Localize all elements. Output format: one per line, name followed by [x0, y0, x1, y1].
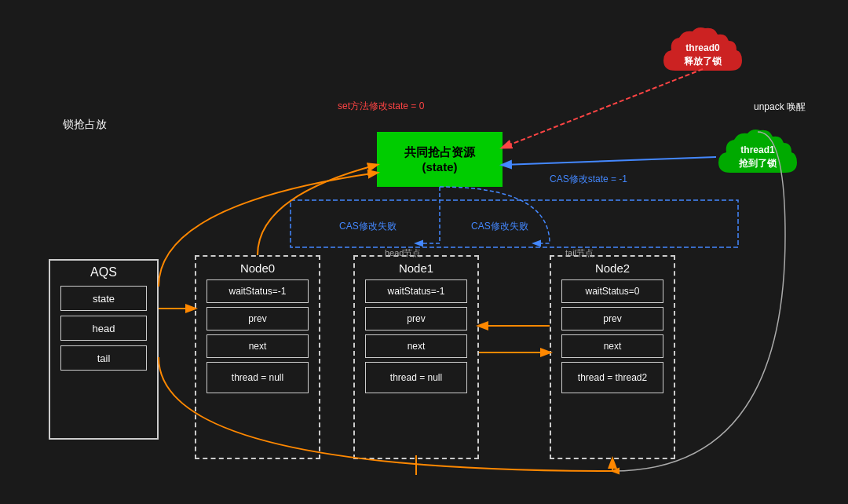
node1-field-2: next	[365, 334, 467, 358]
node0-box: Node0 waitStatus=-1 prev next thread = n…	[195, 255, 320, 459]
resource-box: 共同抢占资源 (state)	[377, 132, 503, 187]
label-cas-fail2: CAS修改失败	[471, 220, 528, 233]
thread1-cloud-text: thread1 抢到了锁	[739, 144, 777, 170]
diagram-container: 锁抢占放 AQS state head tail Node0 waitStatu…	[0, 0, 848, 504]
label-cas-fail1: CAS修改失败	[339, 220, 397, 233]
label-cas-minus1: CAS修改state = -1	[550, 173, 627, 186]
aqs-field-head: head	[60, 316, 147, 341]
resource-text-line1: 共同抢占资源	[404, 144, 475, 160]
node1-field-1: prev	[365, 307, 467, 331]
aqs-field-state: state	[60, 286, 147, 311]
label-set-method: set方法修改state = 0	[338, 100, 424, 113]
node1-field-0: waitStatus=-1	[365, 279, 467, 303]
node0-field-1: prev	[207, 307, 309, 331]
resource-text-line2: (state)	[422, 159, 457, 175]
node1-title: Node1	[399, 261, 433, 275]
node2-field-3: thread = thread2	[561, 362, 663, 393]
thread1-cloud: thread1 抢到了锁	[715, 126, 801, 188]
node1-box: Node1 waitStatus=-1 prev next thread = n…	[353, 255, 479, 459]
node0-title: Node0	[240, 261, 275, 275]
node2-title: Node2	[595, 261, 630, 275]
node2-field-2: next	[561, 334, 663, 358]
thread0-cloud: thread0 释放了锁	[660, 24, 746, 86]
node0-field-3: thread = null	[207, 362, 309, 393]
aqs-title: AQS	[90, 265, 117, 279]
section-label: 锁抢占放	[63, 118, 107, 132]
label-tail-node: tail节点	[565, 247, 594, 259]
node1-field-3: thread = null	[365, 362, 467, 393]
label-head-node: head节点	[385, 247, 421, 259]
aqs-box: AQS state head tail	[49, 259, 159, 440]
node0-field-0: waitStatus=-1	[207, 279, 309, 303]
aqs-field-tail: tail	[60, 345, 147, 371]
node2-field-0: waitStatus=0	[561, 279, 663, 303]
label-unpack-wake: unpack 唤醒	[754, 100, 806, 114]
node0-field-2: next	[207, 334, 309, 358]
node2-field-1: prev	[561, 307, 663, 331]
thread0-cloud-text: thread0 释放了锁	[684, 42, 722, 68]
node2-box: Node2 waitStatus=0 prev next thread = th…	[550, 255, 675, 459]
